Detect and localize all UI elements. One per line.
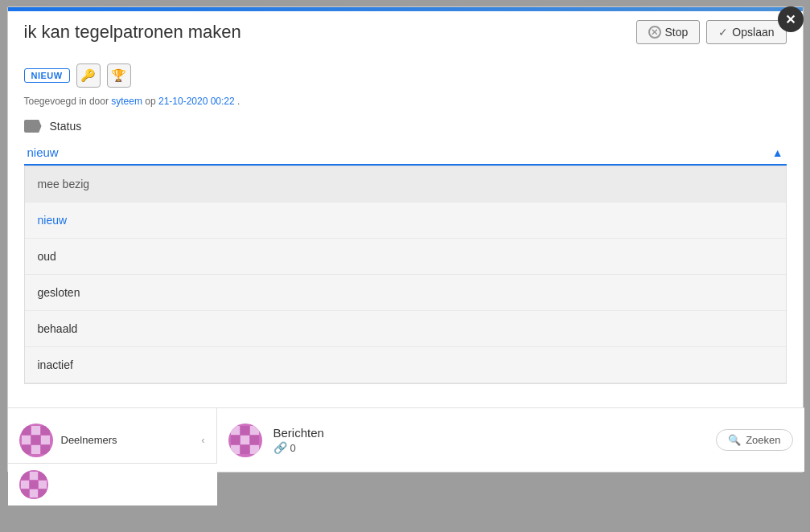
chevron-up-icon: ▲	[772, 146, 783, 159]
person-row	[8, 463, 217, 505]
checkmark-icon: ✓	[718, 26, 728, 39]
save-button[interactable]: ✓ Opslaan	[706, 20, 786, 44]
status-tag-icon	[24, 120, 42, 133]
dropdown-list: mee bezig nieuw oud gesloten behaald	[24, 166, 787, 384]
search-button[interactable]: 🔍 Zoeken	[716, 429, 792, 451]
avatar-cell	[31, 436, 40, 444]
dropdown-option-oud[interactable]: oud	[25, 239, 786, 275]
modal-body: NIEUW 🔑 🏆 Toegevoegd in door syteem op 2…	[8, 54, 803, 175]
avatar-berichten	[228, 424, 262, 457]
link-count: 0	[290, 442, 296, 454]
modal-overlay: ik kan tegelpatronen maken ✕ Stop ✓ Opsl…	[0, 0, 810, 532]
close-button[interactable]: ✕	[778, 6, 804, 32]
meta-period: .	[237, 96, 240, 107]
stop-button[interactable]: ✕ Stop	[636, 20, 701, 44]
trophy-icon-button[interactable]: 🏆	[107, 63, 131, 88]
key-icon: 🔑	[80, 68, 96, 83]
status-label: Status	[50, 120, 82, 133]
search-icon: 🔍	[728, 434, 741, 446]
berichten-section: Berichten 🔗 0 🔍 Zoeken	[217, 408, 804, 472]
avatar-cell	[41, 445, 50, 454]
modal: ik kan tegelpatronen maken ✕ Stop ✓ Opsl…	[7, 6, 804, 473]
dropdown-option-behaald[interactable]: behaald	[25, 311, 786, 347]
badge-row: NIEUW 🔑 🏆	[24, 63, 787, 88]
meta-prefix: Toegevoegd in door	[24, 96, 112, 107]
chevron-left-icon: ‹	[201, 434, 204, 446]
link-icon: 🔗	[273, 441, 287, 454]
avatar-cell	[31, 445, 40, 454]
search-label: Zoeken	[746, 434, 780, 446]
modal-title: ik kan tegelpatronen maken	[24, 22, 241, 43]
dropdown-option-mee-bezig[interactable]: mee bezig	[25, 166, 786, 203]
modal-actions: ✕ Stop ✓ Opslaan	[636, 20, 787, 44]
berichten-info: Berichten 🔗 0	[273, 426, 324, 454]
trophy-icon: 🏆	[111, 68, 126, 83]
meta-text: Toegevoegd in door syteem op 21-10-2020 …	[24, 96, 787, 107]
meta-author: syteem	[111, 96, 142, 107]
avatar-cell	[41, 436, 50, 444]
status-dropdown[interactable]: nieuw ▲	[24, 141, 787, 166]
meta-connector: op	[145, 96, 158, 107]
key-icon-button[interactable]: 🔑	[76, 63, 101, 88]
avatar-cell	[22, 426, 31, 435]
close-icon: ✕	[785, 12, 796, 27]
avatar-person	[19, 470, 48, 499]
status-dropdown-wrapper: nieuw ▲ mee bezig nieuw oud gesloten	[24, 141, 787, 166]
avatar-deelnemers	[19, 424, 53, 457]
dropdown-selected-value: nieuw	[27, 145, 59, 159]
avatar-cell	[31, 426, 40, 435]
dropdown-option-nieuw[interactable]: nieuw	[25, 203, 786, 239]
link-count-row: 🔗 0	[273, 441, 324, 454]
modal-header: ik kan tegelpatronen maken ✕ Stop ✓ Opsl…	[8, 7, 803, 54]
dropdown-option-inactief[interactable]: inactief	[25, 347, 786, 383]
avatar-cell	[22, 436, 31, 444]
new-badge: NIEUW	[24, 68, 70, 83]
avatar-cell	[41, 426, 50, 435]
stop-label: Stop	[665, 26, 689, 39]
status-row: Status	[24, 120, 787, 133]
bottom-bar: Deelnemers ‹ Berichten	[8, 407, 804, 472]
dropdown-option-gesloten[interactable]: gesloten	[25, 275, 786, 311]
deelnemers-label: Deelnemers	[61, 434, 117, 446]
stop-icon: ✕	[648, 26, 661, 39]
meta-date: 21-10-2020 00:22	[158, 96, 235, 107]
avatar-cell	[22, 445, 31, 454]
berichten-label: Berichten	[273, 426, 324, 440]
save-label: Opslaan	[732, 26, 774, 39]
